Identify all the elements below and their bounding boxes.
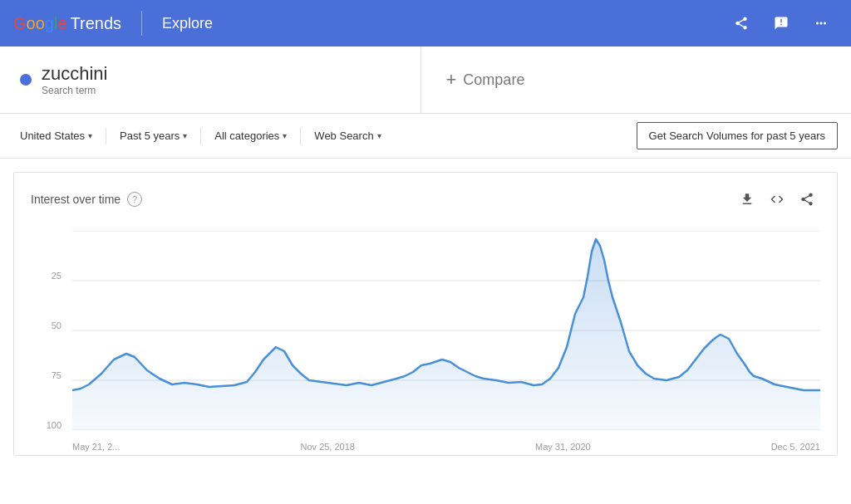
filter-separator-1 (106, 128, 106, 144)
compare-area[interactable]: + Compare (421, 46, 852, 113)
compare-label: Compare (463, 71, 524, 89)
help-icon[interactable]: ? (127, 192, 142, 207)
category-label: All categories (214, 130, 279, 142)
y-label-75: 75 (31, 370, 61, 380)
region-filter[interactable]: United States ▾ (13, 125, 99, 147)
time-range-label: Past 5 years (120, 130, 180, 142)
chart-title-area: Interest over time ? (31, 192, 142, 207)
chart-header: Interest over time ? (31, 186, 820, 213)
share-button[interactable] (725, 7, 758, 40)
search-term-name: zucchini (42, 63, 107, 85)
time-range-filter[interactable]: Past 5 years ▾ (113, 125, 194, 147)
search-type-label: Web Search (314, 130, 373, 142)
chart-actions (734, 186, 820, 213)
google-trends-logo: Google Trends (13, 14, 121, 33)
search-term-content: zucchini Search term (42, 63, 107, 96)
x-axis-labels: May 21, 2... Nov 25, 2018 May 31, 2020 D… (72, 442, 820, 452)
chart-section: Interest over time ? (13, 172, 838, 456)
chart-title: Interest over time (31, 193, 121, 206)
y-axis-labels: 100 75 50 25 (31, 231, 68, 430)
filters-bar: United States ▾ Past 5 years ▾ All categ… (0, 114, 851, 159)
x-label-2: Nov 25, 2018 (301, 442, 355, 452)
search-area: zucchini Search term + Compare (0, 46, 851, 114)
google-wordmark: Google (13, 14, 67, 33)
search-type-chevron-icon: ▾ (377, 131, 381, 140)
header-left: Google Trends Explore (13, 11, 213, 36)
time-range-chevron-icon: ▾ (183, 131, 187, 140)
header-right (725, 7, 838, 40)
trends-wordmark: Trends (71, 14, 122, 33)
y-label-25: 25 (31, 271, 61, 281)
region-chevron-icon: ▾ (88, 131, 92, 140)
y-label-50: 50 (31, 321, 61, 330)
chart-share-button[interactable] (794, 186, 820, 213)
search-term-dot (20, 74, 32, 86)
help-question-mark: ? (132, 194, 137, 204)
apps-button[interactable] (804, 7, 838, 40)
x-label-3: May 31, 2020 (535, 442, 591, 452)
x-label-4: Dec 5, 2021 (771, 442, 820, 452)
compare-plus-icon: + (446, 69, 457, 91)
explore-label: Explore (162, 15, 213, 32)
feedback-button[interactable] (765, 7, 798, 40)
embed-code-button[interactable] (764, 186, 790, 213)
header-divider (141, 11, 142, 36)
x-label-1: May 21, 2... (72, 442, 120, 452)
search-term-box[interactable]: zucchini Search term (0, 46, 421, 113)
filter-separator-2 (200, 128, 201, 144)
download-button[interactable] (734, 186, 760, 213)
region-label: United States (20, 130, 85, 142)
search-term-type-label: Search term (42, 85, 107, 96)
search-type-filter[interactable]: Web Search ▾ (307, 125, 387, 147)
get-volumes-button[interactable]: Get Search Volumes for past 5 years (637, 122, 838, 149)
y-label-100: 100 (31, 420, 61, 430)
category-filter[interactable]: All categories ▾ (208, 125, 293, 147)
filter-separator-3 (300, 128, 301, 144)
chart-container: 100 75 50 25 (31, 223, 820, 455)
app-header: Google Trends Explore (0, 0, 851, 46)
interest-chart-svg (72, 231, 820, 430)
category-chevron-icon: ▾ (283, 131, 287, 140)
